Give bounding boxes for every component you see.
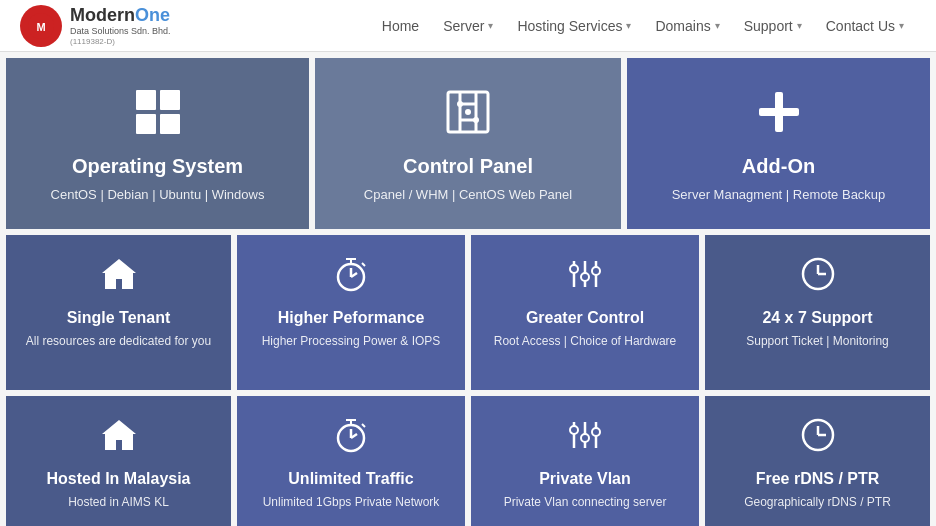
card-hosted-malaysia[interactable]: Hosted In Malaysia Hosted in AIMS KL: [6, 396, 231, 526]
addon-title: Add-On: [742, 155, 815, 178]
logo-brand2: One: [135, 5, 170, 25]
greater-ctrl-sub: Root Access | Choice of Hardware: [494, 333, 677, 350]
private-vlan-title: Private Vlan: [539, 470, 631, 488]
house2-icon: [100, 416, 138, 460]
contact-caret: ▾: [899, 20, 904, 31]
nav-domains[interactable]: Domains▾: [643, 0, 731, 52]
card-operating-system[interactable]: Operating System CentOS | Debian | Ubunt…: [6, 58, 309, 229]
rdns-title: Free rDNS / PTR: [756, 470, 880, 488]
unlimited-traffic-sub: Unlimited 1Gbps Private Network: [263, 494, 440, 511]
card-unlimited-traffic[interactable]: Unlimited Traffic Unlimited 1Gbps Privat…: [237, 396, 465, 526]
card-control-panel[interactable]: Control Panel Cpanel / WHM | CentOS Web …: [315, 58, 621, 229]
os-subtitle: CentOS | Debian | Ubuntu | Windows: [51, 186, 265, 204]
os-icon: [134, 88, 182, 143]
row2: Single Tenant All resources are dedicate…: [0, 232, 936, 393]
main-content: Operating System CentOS | Debian | Ubunt…: [0, 52, 936, 526]
svg-marker-32: [102, 420, 136, 450]
higher-perf-sub: Higher Processing Power & IOPS: [262, 333, 441, 350]
nav-hosting[interactable]: Hosting Services▾: [505, 0, 643, 52]
svg-point-42: [570, 426, 578, 434]
greater-ctrl-title: Greater Control: [526, 309, 644, 327]
svg-line-38: [362, 424, 365, 427]
cp-subtitle: Cpanel / WHM | CentOS Web Panel: [364, 186, 572, 204]
domains-caret: ▾: [715, 20, 720, 31]
timer1-icon: [332, 255, 370, 299]
svg-rect-3: [160, 90, 180, 110]
hosted-my-title: Hosted In Malaysia: [46, 470, 190, 488]
svg-point-43: [581, 434, 589, 442]
support-sub: Support Ticket | Monitoring: [746, 333, 889, 350]
svg-text:M: M: [36, 21, 45, 33]
logo: M ModernOne Data Solutions Sdn. Bhd. (11…: [20, 5, 171, 47]
rdns-sub: Geographically rDNS / PTR: [744, 494, 891, 511]
card-addon[interactable]: Add-On Server Managment | Remote Backup: [627, 58, 930, 229]
higher-perf-title: Higher Peformance: [278, 309, 425, 327]
navbar: M ModernOne Data Solutions Sdn. Bhd. (11…: [0, 0, 936, 52]
svg-rect-4: [136, 114, 156, 134]
svg-point-11: [457, 101, 463, 107]
card-higher-performance[interactable]: Higher Peformance Higher Processing Powe…: [237, 235, 465, 390]
logo-sub: Data Solutions Sdn. Bhd.: [70, 26, 171, 37]
server-caret: ▾: [488, 20, 493, 31]
logo-brand1: Modern: [70, 5, 135, 25]
svg-rect-2: [136, 90, 156, 110]
card-rdns[interactable]: Free rDNS / PTR Geographically rDNS / PT…: [705, 396, 930, 526]
nav-links: Home Server▾ Hosting Services▾ Domains▾ …: [370, 0, 916, 52]
nav-contact[interactable]: Contact Us▾: [814, 0, 916, 52]
addon-subtitle: Server Managment | Remote Backup: [672, 186, 886, 204]
svg-point-12: [473, 117, 479, 123]
card-private-vlan[interactable]: Private Vlan Private Vlan connecting ser…: [471, 396, 699, 526]
support-caret: ▾: [797, 20, 802, 31]
hosted-my-sub: Hosted in AIMS KL: [68, 494, 169, 511]
hosting-caret: ▾: [626, 20, 631, 31]
svg-marker-16: [102, 259, 136, 289]
logo-reg: (1119382-D): [70, 37, 171, 47]
timer2-icon: [332, 416, 370, 460]
svg-point-44: [592, 428, 600, 436]
svg-rect-15: [759, 108, 799, 116]
card-single-tenant[interactable]: Single Tenant All resources are dedicate…: [6, 235, 231, 390]
os-title: Operating System: [72, 155, 243, 178]
svg-point-27: [581, 273, 589, 281]
svg-line-22: [362, 263, 365, 266]
svg-point-13: [465, 109, 471, 115]
card-support[interactable]: 24 x 7 Support Support Ticket | Monitori…: [705, 235, 930, 390]
private-vlan-sub: Private Vlan connecting server: [504, 494, 667, 511]
support-title: 24 x 7 Support: [762, 309, 872, 327]
nav-support[interactable]: Support▾: [732, 0, 814, 52]
clock1-icon: [799, 255, 837, 299]
single-tenant-sub: All resources are dedicated for you: [26, 333, 211, 350]
addon-icon: [755, 88, 803, 143]
control-icon: [444, 88, 492, 143]
cp-title: Control Panel: [403, 155, 533, 178]
sliders2-icon: [566, 416, 604, 460]
nav-home[interactable]: Home: [370, 0, 431, 52]
svg-point-26: [570, 265, 578, 273]
nav-server[interactable]: Server▾: [431, 0, 505, 52]
house1-icon: [100, 255, 138, 299]
single-tenant-title: Single Tenant: [67, 309, 171, 327]
top-row: Operating System CentOS | Debian | Ubunt…: [0, 52, 936, 232]
sliders1-icon: [566, 255, 604, 299]
svg-rect-5: [160, 114, 180, 134]
unlimited-traffic-title: Unlimited Traffic: [288, 470, 413, 488]
logo-icon: M: [20, 5, 62, 47]
card-greater-control[interactable]: Greater Control Root Access | Choice of …: [471, 235, 699, 390]
svg-point-28: [592, 267, 600, 275]
row3: Hosted In Malaysia Hosted in AIMS KL Unl…: [0, 393, 936, 526]
clock2-icon: [799, 416, 837, 460]
